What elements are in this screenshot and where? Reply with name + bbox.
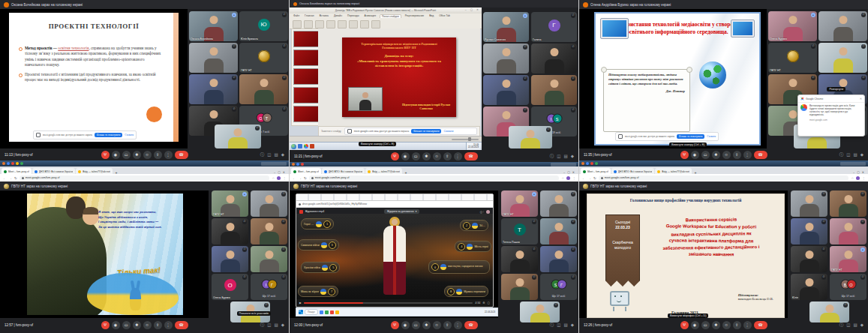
ribbon-tab[interactable]: Показ слайдов — [380, 14, 401, 18]
reactions-button[interactable]: ☺ — [143, 321, 152, 329]
participant-tile[interactable]: ∅ — [239, 74, 288, 104]
bullet-link[interactable]: освітня технологія — [58, 46, 89, 50]
reactions-button[interactable]: ☺ — [433, 321, 441, 329]
system-tray[interactable] — [551, 163, 576, 166]
participant-tile[interactable]: ∅ГВПУ НТ — [239, 43, 288, 73]
participant-tile[interactable]: ∅ — [251, 218, 287, 244]
leave-call-button[interactable]: ☎ — [464, 321, 478, 329]
more-options-button[interactable]: ⋮ — [454, 152, 462, 160]
quest-menu-item[interactable]: 4Міста-герої — [455, 241, 491, 252]
participant-tile[interactable]: ∅ — [212, 246, 248, 272]
mic-button[interactable]: Ψ — [391, 152, 399, 160]
ribbon-tab[interactable]: Файл — [292, 14, 301, 18]
participant-tile[interactable]: ∅ — [818, 43, 867, 73]
participant-tile[interactable]: ●ГВПУ НТ — [830, 246, 866, 272]
camera-button[interactable]: ◉ — [112, 151, 120, 159]
bookmark-star-icon[interactable]: ☆ — [561, 176, 564, 180]
leave-call-button[interactable]: ☎ — [175, 321, 188, 329]
activities-icon[interactable]: ◆ — [281, 322, 284, 328]
participant-tile[interactable]: ІГЩе 17 осіб∅ — [251, 274, 287, 300]
raise-hand-button[interactable]: ✱ — [133, 321, 141, 329]
quest-menu-item[interactable]: Мова як зброя7 — [298, 286, 338, 297]
quest-menu-item[interactable]: 6Мистецтво, народжене війною — [428, 260, 490, 274]
taskbar-app-icon[interactable] — [325, 310, 329, 314]
captions-button[interactable]: ▭ — [122, 151, 131, 159]
reload-icon[interactable]: ↻ — [593, 176, 596, 180]
participant-tile[interactable]: ∅ — [483, 75, 529, 105]
system-clock[interactable]: 22.03.2023 — [485, 310, 495, 314]
share-bar-secondary-button[interactable]: Сховати — [125, 134, 134, 136]
captions-button[interactable]: ▭ — [412, 321, 420, 329]
url-text[interactable]: meet.google.com/fvm-pxxy-vf — [315, 176, 350, 179]
meeting-info-icon[interactable]: ⓘ — [839, 152, 844, 158]
mic-button[interactable]: Ψ — [101, 321, 110, 329]
slide-thumbnail[interactable] — [293, 106, 319, 122]
meeting-info-icon[interactable]: ⓘ — [550, 154, 554, 159]
participant-tile[interactable]: ∅ — [189, 74, 238, 104]
share-bar-secondary-button[interactable]: Сховати — [707, 135, 716, 138]
more-options-button[interactable]: ⋮ — [743, 151, 752, 159]
bookmark-star-icon[interactable]: ☆ — [851, 176, 854, 180]
present-screen-button[interactable]: ⇧ — [443, 152, 452, 160]
window-controls[interactable]: – ▢ ✕ — [465, 8, 480, 11]
start-button[interactable] — [299, 310, 303, 314]
participant-tile[interactable]: ∅ — [189, 43, 238, 73]
activities-icon[interactable]: ◆ — [860, 152, 863, 158]
chat-icon[interactable]: ▤ — [275, 322, 278, 328]
system-tray[interactable] — [840, 162, 866, 166]
leave-call-button[interactable]: ☎ — [754, 321, 767, 329]
participant-tile[interactable]: ∅ГВПУ НТ — [768, 43, 817, 73]
participant-tile[interactable]: ∅ — [830, 218, 866, 244]
camera-button[interactable]: ◉ — [401, 152, 410, 160]
share-bar-secondary-button[interactable]: Сховати — [443, 130, 453, 133]
activities-icon[interactable]: ◆ — [571, 322, 574, 328]
settings-icon[interactable]: ⚙ — [482, 302, 485, 304]
participant-tile[interactable]: ∅ — [791, 246, 827, 272]
slide-thumbnail[interactable] — [293, 87, 319, 104]
participant-tile[interactable]: БОЩе 17 осіб∅ — [830, 274, 866, 300]
taskbar-app-icon[interactable] — [301, 163, 304, 166]
close-icon[interactable]: ✕ — [860, 97, 862, 100]
people-icon[interactable]: ◫ — [846, 152, 850, 158]
notes-pane[interactable]: Заметки к слайду meet.google.com має дос… — [318, 126, 480, 136]
ribbon-tab[interactable]: Дизайн — [332, 14, 344, 18]
chrome-notification[interactable]: Google Chrome ✕ Ви показуєте презентацію… — [797, 94, 865, 136]
inner-address-bar[interactable]: drive.google.com/file/d/1QxxGqVj5tK6bUdX… — [296, 201, 493, 208]
browser-menu-icon[interactable]: ⋮ — [862, 176, 865, 180]
back-icon[interactable]: ← — [3, 176, 7, 180]
people-icon[interactable]: ◫ — [557, 322, 560, 328]
mic-button[interactable]: Ψ — [391, 321, 399, 329]
leave-call-button[interactable]: ☎ — [175, 151, 188, 159]
video-frame[interactable]: Герої серед нас1 Символи війни3 Хроніки … — [296, 214, 493, 299]
url-text[interactable]: meet.google.com/fvm-pxxy-vf — [605, 176, 639, 179]
participant-tile[interactable]: ∅Юлія — [791, 274, 827, 300]
chat-icon[interactable]: ▤ — [854, 322, 857, 328]
share-bar-primary-button[interactable]: Більше не показувати — [95, 133, 122, 137]
participant-tile[interactable]: ●ГВПУ НТ — [212, 190, 248, 217]
more-options-button[interactable]: ⋮ — [454, 321, 462, 329]
participant-tile[interactable]: ●Оксана Бочейкова — [189, 11, 238, 41]
taskbar-app-icon[interactable] — [20, 162, 23, 165]
quest-menu-item[interactable]: 2Зброя перемоги — [460, 220, 488, 231]
taskbar-app-icon[interactable] — [16, 162, 19, 165]
slide-thumbnail[interactable] — [293, 68, 319, 85]
taskbar-app-icon[interactable] — [292, 163, 295, 166]
people-icon[interactable]: ◫ — [267, 152, 271, 158]
participant-tile[interactable]: ∅ — [483, 44, 529, 74]
forward-icon[interactable]: → — [299, 176, 302, 180]
taskbar-app-icon[interactable] — [335, 310, 339, 314]
reactions-button[interactable]: ☺ — [143, 151, 152, 159]
present-screen-button[interactable]: ⇧ — [733, 321, 741, 329]
seek-bar[interactable] — [304, 302, 473, 304]
participant-tile[interactable]: ∅ — [540, 190, 577, 217]
slide-thumbnail[interactable] — [293, 50, 319, 66]
url-box[interactable]: meet.google.com/fvm-pxxy-vf — [599, 176, 849, 181]
taskbar-app-icon[interactable] — [581, 162, 584, 165]
raise-hand-button[interactable]: ✱ — [712, 151, 720, 159]
chat-icon[interactable]: ▤ — [564, 154, 568, 159]
participant-tile[interactable]: ∅ — [531, 75, 577, 105]
inner-url-text[interactable]: drive.google.com/file/d/1QxxGqVj5tK6bUdX… — [302, 202, 367, 206]
participant-tile[interactable]: ∅ — [212, 218, 248, 244]
taskbar-app-icon[interactable] — [7, 162, 10, 165]
activities-icon[interactable]: ◆ — [281, 152, 284, 158]
